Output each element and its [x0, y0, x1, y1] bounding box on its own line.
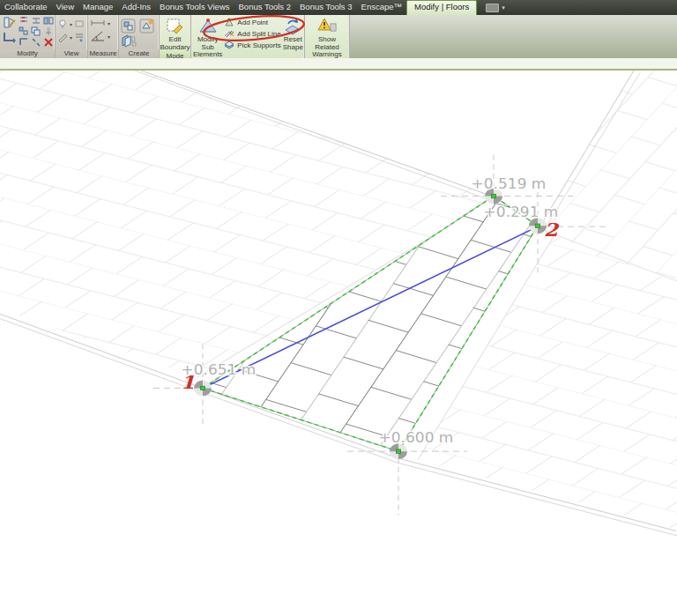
panel-label-mode: Mode [160, 52, 190, 58]
tab-add-ins[interactable]: Add-Ins [117, 0, 155, 15]
chevron-down-icon: ▾ [108, 33, 110, 40]
add-split-line-icon [224, 29, 234, 39]
thin-lines-icon[interactable] [74, 32, 85, 42]
add-point-label: Add Point [237, 19, 268, 26]
elevation-label-top: +0.519 m [472, 176, 547, 192]
panel-label-view: View [56, 49, 87, 58]
chevron-down-icon: ▾ [502, 4, 505, 11]
ribbon-tab-bar: Collaborate View Manage Add-Ins Bonus To… [0, 0, 677, 15]
drawing-canvas[interactable]: +0.519 m +0.291 m +0.651 m +0.600 m 1 2 [0, 71, 677, 616]
chevron-down-icon: ▾ [108, 20, 110, 26]
reset-shape-icon [283, 17, 302, 36]
panel-view: ▾ ▾ View [56, 15, 88, 58]
shape-point-bottom[interactable] [390, 443, 407, 459]
pick-supports-icon [224, 41, 234, 50]
modify-sub-elements-icon [197, 17, 219, 36]
move-icon[interactable] [19, 26, 29, 36]
panel-mode: Edit Boundary Mode [160, 15, 191, 58]
create-similar-icon[interactable] [139, 19, 154, 33]
options-bar [0, 58, 677, 71]
ribbon-empty-area [350, 15, 677, 58]
show-related-warnings-label: Show Related Warnings [307, 36, 347, 59]
panel-modify: Modify [0, 15, 56, 58]
panel-measure: ▾ ▾ Measure [88, 15, 119, 58]
view-box-icon[interactable] [74, 19, 85, 29]
pencil-icon[interactable] [57, 32, 68, 42]
annotation-number-1: 1 [181, 373, 195, 393]
add-point-button[interactable]: Add Point [222, 17, 282, 28]
panel-image-icon [486, 4, 499, 12]
split-icon[interactable] [31, 37, 41, 47]
edit-boundary-label: Edit Boundary [160, 36, 190, 51]
edit-boundary-button[interactable]: Edit Boundary [160, 16, 190, 51]
panel-create: Create [119, 15, 160, 58]
warning-triangle-icon [316, 17, 338, 36]
offset-icon[interactable] [31, 16, 41, 26]
corner-join-icon[interactable] [2, 32, 17, 44]
add-split-line-label: Add Split Line [237, 30, 280, 38]
elevation-label-bottom: +0.600 m [379, 429, 454, 445]
tab-bonus-tools-2[interactable]: Bonus Tools 2 [234, 0, 296, 15]
add-point-icon [224, 18, 234, 27]
align-icon[interactable] [19, 16, 29, 26]
add-split-line-button[interactable]: Add Split Line [222, 28, 282, 40]
tab-bonus-tools-3[interactable]: Bonus Tools 3 [295, 0, 357, 15]
show-related-warnings-button[interactable]: Show Related Warnings [307, 16, 347, 59]
create-assembly-icon[interactable] [121, 34, 137, 48]
pin-icon[interactable] [43, 26, 54, 36]
ribbon-display-toggle[interactable]: ▾ [486, 0, 505, 15]
tab-view[interactable]: View [52, 0, 78, 15]
modify-sub-elements-label: Modify Sub Elements [193, 36, 222, 59]
measure-ruler-icon[interactable] [90, 19, 106, 28]
ribbon: Modify ▾ ▾ View [0, 15, 677, 58]
panel-label-measure: Measure [88, 49, 118, 58]
elevation-label-right: +0.291 m [484, 204, 559, 220]
create-group-icon[interactable] [121, 19, 136, 33]
panel-label-create: Create [119, 49, 159, 58]
copy-icon[interactable] [31, 26, 41, 36]
tab-collaborate[interactable]: Collaborate [0, 0, 52, 15]
mirror-icon[interactable] [43, 16, 54, 26]
edit-boundary-icon [166, 17, 185, 36]
shape-point-left[interactable] [194, 381, 212, 397]
chevron-down-icon: ▾ [70, 34, 72, 41]
chevron-down-icon: ▾ [70, 21, 72, 27]
tab-bonus-tools-views[interactable]: Bonus Tools Views [155, 0, 234, 15]
tab-modify-floors[interactable]: Modify | Floors [406, 0, 477, 15]
lightbulb-icon[interactable] [57, 19, 68, 29]
revit-window: Collaborate View Manage Add-Ins Bonus To… [0, 0, 677, 616]
panel-label-modify: Modify [0, 49, 55, 58]
tab-enscape[interactable]: Enscape™ [357, 0, 406, 15]
reset-shape-label: Reset Shape [283, 36, 303, 51]
pick-supports-label: Pick Supports [237, 41, 280, 49]
modify-sub-elements-button[interactable]: Modify Sub Elements [193, 16, 222, 59]
pick-supports-button[interactable]: Pick Supports [222, 40, 282, 51]
tab-manage[interactable]: Manage [78, 0, 117, 15]
panel-shape-editing: Modify Sub Elements Add Point Add Split … [191, 15, 305, 58]
viewport-container: +0.519 m +0.291 m +0.651 m +0.600 m 1 2 [0, 71, 677, 616]
panel-warning: Show Related Warnings Warning [305, 15, 350, 58]
trim-icon[interactable] [19, 37, 29, 47]
protractor-icon[interactable] [90, 31, 106, 42]
reset-shape-button[interactable]: Reset Shape [283, 16, 303, 51]
delete-icon[interactable] [43, 37, 54, 47]
modify-geometry-icon[interactable] [2, 16, 17, 31]
annotation-number-2: 2 [544, 219, 560, 240]
